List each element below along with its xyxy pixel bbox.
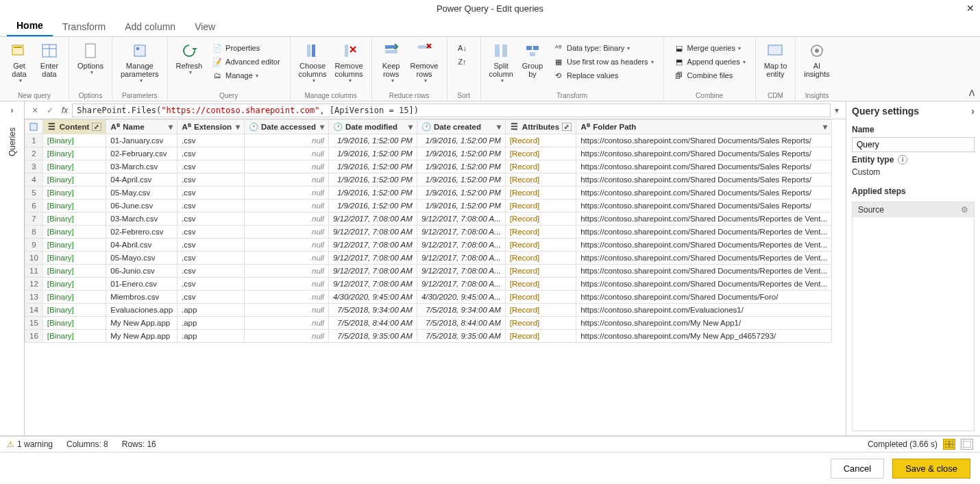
cell-extension[interactable]: .csv [177, 265, 245, 278]
cell-date-created[interactable]: 9/12/2017, 7:08:00 A... [417, 239, 505, 252]
cell-content[interactable]: [Binary] [42, 147, 106, 160]
formula-input[interactable]: SharePoint.Files("https://contoso.sharep… [72, 104, 831, 117]
cell-date-modified[interactable]: 1/9/2016, 1:52:00 PM [328, 186, 417, 199]
cell-date-created[interactable]: 1/9/2016, 1:52:00 PM [417, 160, 505, 173]
cell-attributes[interactable]: [Record] [505, 291, 576, 304]
cell-extension[interactable]: .csv [177, 252, 245, 265]
cell-folder-path[interactable]: https://contoso.sharepoint.com/Shared Do… [576, 160, 832, 173]
cell-date-created[interactable]: 9/12/2017, 7:08:00 A... [417, 226, 505, 239]
refresh-button[interactable]: Refresh▾ [172, 38, 207, 79]
cell-attributes[interactable]: [Record] [505, 160, 576, 173]
cell-date-modified[interactable]: 9/12/2017, 7:08:00 AM [328, 239, 417, 252]
tab-view[interactable]: View [185, 17, 225, 36]
row-number[interactable]: 7 [25, 213, 43, 226]
cell-folder-path[interactable]: https://contoso.sharepoint.com/Shared Do… [576, 147, 832, 160]
cell-date-created[interactable]: 1/9/2016, 1:52:00 PM [417, 186, 505, 199]
formula-cancel-icon[interactable]: ✕ [27, 106, 42, 115]
col-header-date-modified[interactable]: 🕐Date modified▾ [328, 120, 417, 134]
cell-date-modified[interactable]: 7/5/2018, 8:44:00 AM [328, 317, 417, 330]
col-header-content[interactable]: ☰Content⤢ [42, 120, 106, 134]
status-warning[interactable]: 1 warning [17, 439, 53, 449]
options-button[interactable]: Options▾ [73, 38, 108, 79]
cell-date-accessed[interactable]: null [245, 278, 329, 291]
cell-extension[interactable]: .csv [177, 239, 245, 252]
map-to-entity-button[interactable]: Map to entity [760, 38, 792, 81]
choose-columns-button[interactable]: Choose columns▾ [295, 38, 331, 87]
cell-extension[interactable]: .csv [177, 147, 245, 160]
manage-button[interactable]: 🗂Manage▾ [209, 69, 283, 82]
cell-folder-path[interactable]: https://contoso.sharepoint.com/My New Ap… [576, 317, 832, 330]
cell-date-accessed[interactable]: null [245, 330, 329, 343]
cell-date-created[interactable]: 1/9/2016, 1:52:00 PM [417, 173, 505, 186]
query-name-input[interactable] [852, 137, 975, 152]
table-row[interactable]: 9[Binary]04-Abril.csv.csvnull9/12/2017, … [25, 239, 832, 252]
cell-attributes[interactable]: [Record] [505, 304, 576, 317]
cell-extension[interactable]: .csv [177, 291, 245, 304]
cell-date-modified[interactable]: 1/9/2016, 1:52:00 PM [328, 199, 417, 213]
col-header-folder-path[interactable]: AᴮFolder Path▾ [576, 120, 832, 134]
filter-icon[interactable]: ▾ [493, 122, 501, 132]
col-header-name[interactable]: AᴮName▾ [106, 120, 177, 134]
keep-rows-button[interactable]: Keep rows▾ [376, 38, 406, 87]
cell-name[interactable]: 01-Enero.csv [106, 278, 177, 291]
cell-attributes[interactable]: [Record] [505, 186, 576, 199]
cell-date-created[interactable]: 7/5/2018, 9:35:00 AM [417, 330, 505, 343]
advanced-editor-button[interactable]: 📝Advanced editor [209, 55, 283, 69]
cell-name[interactable]: 04-Abril.csv [106, 239, 177, 252]
cell-date-modified[interactable]: 1/9/2016, 1:52:00 PM [328, 147, 417, 160]
row-number[interactable]: 16 [25, 330, 43, 343]
row-number[interactable]: 8 [25, 226, 43, 239]
cell-date-accessed[interactable]: null [245, 317, 329, 330]
formula-dropdown-icon[interactable]: ▾ [831, 106, 843, 115]
cell-content[interactable]: [Binary] [42, 330, 106, 343]
filter-icon[interactable]: ▾ [232, 122, 240, 132]
cell-name[interactable]: 05-Mayo.csv [106, 252, 177, 265]
cell-date-created[interactable]: 9/12/2017, 7:08:00 A... [417, 265, 505, 278]
cell-name[interactable]: 06-June.csv [106, 199, 177, 213]
cell-date-created[interactable]: 1/9/2016, 1:52:00 PM [417, 134, 505, 147]
cell-folder-path[interactable]: https://contoso.sharepoint.com/Shared Do… [576, 134, 832, 147]
cell-extension[interactable]: .app [177, 317, 245, 330]
row-number[interactable]: 2 [25, 147, 43, 160]
tab-transform[interactable]: Transform [53, 17, 115, 36]
first-row-headers-button[interactable]: ▦Use first row as headers▾ [550, 55, 657, 69]
tab-add-column[interactable]: Add column [115, 17, 185, 36]
cell-attributes[interactable]: [Record] [505, 199, 576, 213]
cell-name[interactable]: Evaluaciones.app [106, 304, 177, 317]
table-row[interactable]: 5[Binary]05-May.csv.csvnull1/9/2016, 1:5… [25, 186, 832, 199]
table-row[interactable]: 7[Binary]03-March.csv.csvnull9/12/2017, … [25, 213, 832, 226]
cell-attributes[interactable]: [Record] [505, 134, 576, 147]
cell-date-accessed[interactable]: null [245, 291, 329, 304]
remove-rows-button[interactable]: Remove rows▾ [406, 38, 443, 87]
cell-content[interactable]: [Binary] [42, 239, 106, 252]
cell-attributes[interactable]: [Record] [505, 173, 576, 186]
cell-content[interactable]: [Binary] [42, 265, 106, 278]
table-row[interactable]: 6[Binary]06-June.csv.csvnull1/9/2016, 1:… [25, 199, 832, 213]
cell-date-accessed[interactable]: null [245, 173, 329, 186]
cell-extension[interactable]: .app [177, 304, 245, 317]
cell-name[interactable]: Miembros.csv [106, 291, 177, 304]
row-number[interactable]: 10 [25, 252, 43, 265]
cell-extension[interactable]: .csv [177, 134, 245, 147]
cell-content[interactable]: [Binary] [42, 317, 106, 330]
cell-attributes[interactable]: [Record] [505, 226, 576, 239]
col-header-date-accessed[interactable]: 🕐Date accessed▾ [245, 120, 329, 134]
ai-insights-button[interactable]: AI insights [800, 38, 833, 81]
table-row[interactable]: 16[Binary]My New App.app.appnull7/5/2018… [25, 330, 832, 343]
filter-icon[interactable]: ▾ [164, 122, 173, 132]
cell-content[interactable]: [Binary] [42, 186, 106, 199]
table-row[interactable]: 13[Binary]Miembros.csv.csvnull4/30/2020,… [25, 291, 832, 304]
cell-date-created[interactable]: 9/12/2017, 7:08:00 A... [417, 213, 505, 226]
append-queries-button[interactable]: ⬒Append queries▾ [671, 55, 748, 69]
group-by-button[interactable]: Group by [517, 38, 548, 81]
cell-date-modified[interactable]: 9/12/2017, 7:08:00 AM [328, 265, 417, 278]
cell-name[interactable]: 03-March.csv [106, 213, 177, 226]
cell-date-created[interactable]: 1/9/2016, 1:52:00 PM [417, 199, 505, 213]
cell-date-accessed[interactable]: null [245, 134, 329, 147]
cell-folder-path[interactable]: https://contoso.sharepoint.com/Shared Do… [576, 186, 832, 199]
row-number[interactable]: 5 [25, 186, 43, 199]
sort-asc-button[interactable]: A↓ [454, 41, 474, 55]
formula-fx-icon[interactable]: fx [58, 106, 72, 115]
cell-folder-path[interactable]: https://contoso.sharepoint.com/Shared Do… [576, 239, 832, 252]
collapse-settings-icon[interactable]: › [971, 106, 975, 117]
